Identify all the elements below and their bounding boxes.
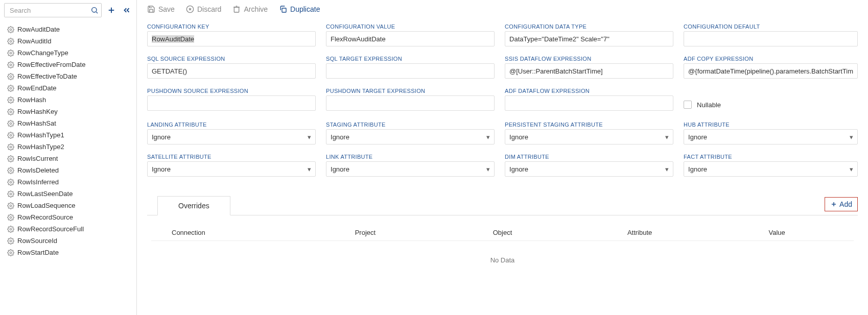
sidebar-item-label: RowIsCurrent (17, 155, 58, 162)
chevron-down-icon: ▾ (850, 165, 853, 173)
svg-point-9 (10, 87, 12, 89)
input-config-key[interactable]: RowAuditDate (147, 31, 316, 46)
field-fact: FACT ATTRIBUTE Ignore ▾ (684, 154, 858, 177)
add-override-button[interactable]: Add (825, 197, 858, 211)
select-satellite-value: Ignore (152, 165, 171, 173)
sidebar-item-rowauditdate[interactable]: RowAuditDate (0, 23, 136, 35)
no-data-text: No Data (151, 241, 854, 279)
svg-point-12 (10, 123, 12, 125)
field-adf-df: ADF DATAFLOW EXPRESSION (505, 88, 673, 112)
input-pushdown-src[interactable] (147, 95, 316, 111)
svg-point-8 (10, 76, 12, 78)
input-config-type[interactable]: DataType="DateTime2" Scale="7" (505, 31, 673, 46)
gear-icon (7, 85, 14, 92)
input-config-default[interactable] (684, 31, 858, 46)
archive-button[interactable]: Archive (232, 5, 268, 13)
chevron-down-icon: ▾ (308, 133, 311, 141)
label-adf-copy: ADF COPY EXPRESSION (684, 56, 858, 62)
field-satellite: SATELLITE ATTRIBUTE Ignore ▾ (147, 154, 316, 177)
overrides-columns: Connection Project Object Attribute Valu… (151, 225, 854, 241)
discard-button[interactable]: Discard (186, 5, 221, 13)
field-dim: DIM ATTRIBUTE Ignore ▾ (505, 154, 673, 177)
chevron-down-icon: ▾ (665, 133, 669, 141)
gear-icon (7, 50, 14, 57)
save-label: Save (158, 5, 175, 13)
sidebar-item-rowrecordsource[interactable]: RowRecordSource (0, 211, 136, 223)
svg-point-13 (10, 134, 12, 136)
form-area: CONFIGURATION KEY RowAuditDate CONFIGURA… (137, 18, 868, 315)
sidebar-top (0, 0, 136, 20)
sidebar-item-label: RowHashKey (17, 108, 58, 115)
tab-overrides[interactable]: Overrides (157, 196, 230, 215)
nullable-checkbox[interactable] (684, 101, 692, 109)
chevron-down-icon: ▾ (486, 165, 490, 173)
select-fact[interactable]: Ignore ▾ (684, 161, 858, 177)
sidebar-item-rowhashtype2[interactable]: RowHashType2 (0, 141, 136, 153)
input-ssis-df[interactable]: @[User::ParentBatchStartTime] (505, 63, 673, 79)
select-satellite[interactable]: Ignore ▾ (147, 161, 316, 177)
label-pushdown-tgt: PUSHDOWN TARGET EXPRESSION (326, 88, 495, 94)
sidebar-item-label: RowStartDate (17, 249, 59, 256)
sidebar-item-rowhashtype1[interactable]: RowHashType1 (0, 129, 136, 141)
select-hub[interactable]: Ignore ▾ (684, 129, 858, 144)
input-adf-copy[interactable]: @{formatDateTime(pipeline().parameters.B… (684, 63, 858, 79)
sidebar-item-rowiscurrent[interactable]: RowIsCurrent (0, 153, 136, 164)
add-button[interactable] (106, 5, 117, 16)
field-config-type: CONFIGURATION DATA TYPE DataType="DateTi… (505, 23, 673, 46)
gear-icon (7, 249, 14, 256)
label-config-value: CONFIGURATION VALUE (326, 23, 495, 30)
input-config-value[interactable]: FlexRowAuditDate (326, 31, 495, 46)
input-pushdown-tgt[interactable] (326, 95, 495, 111)
sidebar-item-rowhash[interactable]: RowHash (0, 94, 136, 106)
sidebar-item-rowstartdate[interactable]: RowStartDate (0, 247, 136, 258)
gear-icon (7, 237, 14, 245)
select-dim[interactable]: Ignore ▾ (505, 161, 673, 177)
sidebar-item-rowsourceid[interactable]: RowSourceId (0, 235, 136, 247)
gear-icon (7, 61, 14, 68)
select-pstaging[interactable]: Ignore ▾ (505, 129, 673, 144)
field-sql-source: SQL SOURCE EXPRESSION GETDATE() (147, 56, 316, 79)
sidebar-item-rowlastseendate[interactable]: RowLastSeenDate (0, 188, 136, 200)
col-attribute: Attribute (571, 229, 709, 236)
sidebar-item-rowloadsequence[interactable]: RowLoadSequence (0, 200, 136, 211)
sidebar-item-rowisinferred[interactable]: RowIsInferred (0, 176, 136, 188)
select-landing[interactable]: Ignore ▾ (147, 129, 316, 144)
label-pushdown-src: PUSHDOWN SOURCE EXPRESSION (147, 88, 316, 94)
sidebar-item-roweffectivetodate[interactable]: RowEffectiveToDate (0, 70, 136, 82)
svg-point-18 (10, 193, 12, 195)
field-ssis-df: SSIS DATAFLOW EXPRESSION @[User::ParentB… (505, 56, 673, 79)
input-sql-target[interactable] (326, 63, 495, 79)
input-sql-source[interactable]: GETDATE() (147, 63, 316, 79)
svg-point-11 (10, 111, 12, 113)
duplicate-button[interactable]: Duplicate (279, 5, 320, 13)
search-input[interactable] (4, 3, 102, 17)
select-staging[interactable]: Ignore ▾ (326, 129, 495, 144)
archive-label: Archive (244, 5, 268, 13)
svg-point-23 (10, 252, 12, 254)
input-adf-df[interactable] (505, 95, 673, 111)
sidebar-item-label: RowSourceId (17, 237, 57, 245)
save-button[interactable]: Save (147, 5, 175, 13)
label-pstaging: PERSISTENT STAGING ATTRIBUTE (505, 122, 673, 128)
sidebar-item-rowhashsat[interactable]: RowHashSat (0, 117, 136, 129)
label-sql-source: SQL SOURCE EXPRESSION (147, 56, 316, 62)
sidebar-item-rowisdeleted[interactable]: RowIsDeleted (0, 164, 136, 176)
field-config-value: CONFIGURATION VALUE FlexRowAuditDate (326, 23, 495, 46)
col-connection: Connection (159, 229, 297, 236)
sidebar-item-rowhashkey[interactable]: RowHashKey (0, 106, 136, 117)
gear-icon (7, 167, 14, 174)
sidebar-item-label: RowEndDate (17, 84, 57, 92)
svg-point-5 (10, 40, 12, 42)
sidebar-item-roweffectivefromdate[interactable]: RowEffectiveFromDate (0, 59, 136, 70)
svg-point-22 (10, 240, 12, 242)
field-pushdown-src: PUSHDOWN SOURCE EXPRESSION (147, 88, 316, 112)
collapse-button[interactable] (121, 5, 132, 16)
sidebar-item-rowenddate[interactable]: RowEndDate (0, 82, 136, 94)
gear-icon (7, 73, 14, 80)
gear-icon (7, 179, 14, 186)
sidebar-item-rowrecordsourcefull[interactable]: RowRecordSourceFull (0, 223, 136, 235)
sidebar-item-rowchangetype[interactable]: RowChangeType (0, 47, 136, 59)
sidebar-item-rowauditid[interactable]: RowAuditId (0, 35, 136, 47)
select-link[interactable]: Ignore ▾ (326, 161, 495, 177)
select-pstaging-value: Ignore (509, 133, 528, 141)
